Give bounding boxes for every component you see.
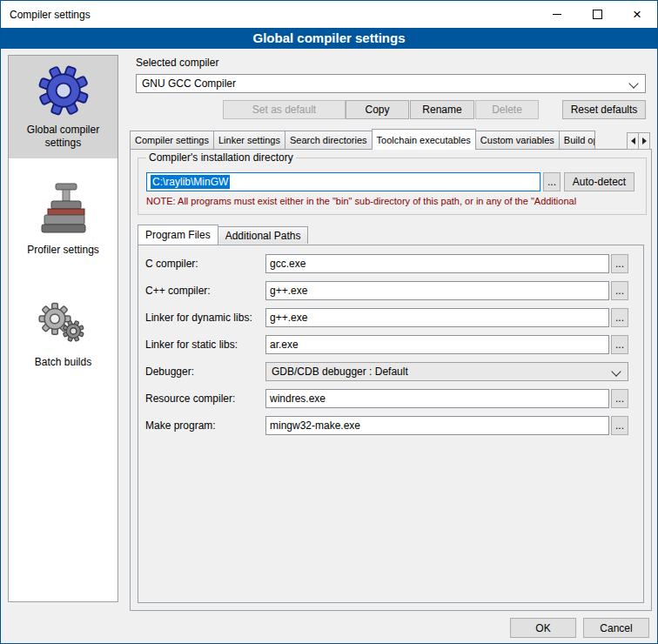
cancel-button[interactable]: Cancel <box>583 618 649 638</box>
linker-dynamic-input[interactable]: g++.exe <box>265 308 609 327</box>
linker-static-label: Linker for static libs: <box>145 335 238 354</box>
tab-linker-settings[interactable]: Linker settings <box>213 131 285 149</box>
window-title: Compiler settings <box>10 9 91 21</box>
make-program-label: Make program: <box>145 416 216 435</box>
dialog-header: Global compiler settings <box>1 28 657 49</box>
linker-dynamic-browse-button[interactable]: ... <box>611 308 628 327</box>
tab-toolchain-executables[interactable]: Toolchain executables <box>372 129 476 150</box>
tab-scroll-buttons <box>627 132 649 150</box>
resource-compiler-browse-button[interactable]: ... <box>611 389 628 408</box>
toolchain-executables-panel: Compiler's installation directory C:\ray… <box>130 149 652 611</box>
cpp-compiler-browse-button[interactable]: ... <box>611 281 628 300</box>
reset-defaults-button[interactable]: Reset defaults <box>562 100 646 119</box>
maximize-icon <box>593 10 602 19</box>
sidebar-item-batch-builds[interactable]: Batch builds <box>9 290 118 378</box>
chevron-down-icon <box>611 366 621 376</box>
field-row: Linker for static libs: ar.exe ... <box>138 335 643 354</box>
program-files-panel: C compiler: gcc.exe ... C++ compiler: g+… <box>138 245 644 603</box>
titlebar: Compiler settings × <box>1 1 657 28</box>
selected-compiler-value: GNU GCC Compiler <box>142 77 236 90</box>
linker-dynamic-value: g++.exe <box>270 312 307 324</box>
subtab-additional-paths[interactable]: Additional Paths <box>218 226 309 244</box>
field-row: Resource compiler: windres.exe ... <box>138 389 643 408</box>
cpp-compiler-label: C++ compiler: <box>145 281 211 300</box>
minimize-icon <box>553 14 561 15</box>
rename-button[interactable]: Rename <box>410 100 474 119</box>
selected-compiler-label: Selected compiler <box>136 57 218 69</box>
tab-build-options[interactable]: Build options <box>559 131 595 149</box>
close-button[interactable]: × <box>617 1 657 28</box>
installation-directory-group: Compiler's installation directory C:\ray… <box>138 158 647 215</box>
profiler-tool-icon <box>40 183 87 237</box>
field-row: Linker for dynamic libs: g++.exe ... <box>138 308 643 327</box>
linker-static-browse-button[interactable]: ... <box>611 335 628 354</box>
auto-detect-button[interactable]: Auto-detect <box>564 172 634 191</box>
compiler-settings-window: Compiler settings × Global compiler sett… <box>0 0 658 644</box>
make-program-input[interactable]: mingw32-make.exe <box>265 416 609 435</box>
tab-scroll-left-button[interactable] <box>627 132 639 150</box>
field-row: Make program: mingw32-make.exe ... <box>138 416 643 435</box>
field-row: C++ compiler: g++.exe ... <box>138 281 643 300</box>
selected-compiler-dropdown[interactable]: GNU GCC Compiler <box>136 74 646 93</box>
gray-gears-icon <box>38 299 89 349</box>
main-content: Selected compiler GNU GCC Compiler Set a… <box>127 55 652 621</box>
sidebar-item-label: Profiler settings <box>27 244 99 257</box>
install-dir-input[interactable]: C:\raylib\MinGW <box>146 172 540 191</box>
chevron-down-icon <box>628 78 638 88</box>
debugger-label: Debugger: <box>145 362 194 381</box>
close-icon: × <box>633 7 641 22</box>
subtab-program-files[interactable]: Program Files <box>138 225 218 245</box>
c-compiler-value: gcc.exe <box>270 258 306 270</box>
field-row: Debugger: GDB/CDB debugger : Default <box>138 362 643 381</box>
resource-compiler-value: windres.exe <box>270 392 326 405</box>
ok-button[interactable]: OK <box>510 618 576 638</box>
arrow-left-icon <box>631 138 635 144</box>
make-program-browse-button[interactable]: ... <box>611 416 628 435</box>
compiler-tabs: Compiler settings Linker settings Search… <box>130 129 626 150</box>
note-text: NOTE: All programs must exist either in … <box>146 196 642 206</box>
set-as-default-button: Set as default <box>223 100 346 119</box>
tab-compiler-settings[interactable]: Compiler settings <box>130 131 214 149</box>
c-compiler-input[interactable]: gcc.exe <box>265 254 609 273</box>
tab-search-directories[interactable]: Search directories <box>285 131 373 149</box>
arrow-right-icon <box>642 138 647 144</box>
tab-custom-variables[interactable]: Custom variables <box>475 131 560 149</box>
install-dir-value: C:\raylib\MinGW <box>151 175 230 189</box>
install-dir-browse-button[interactable]: ... <box>543 172 561 191</box>
linker-static-value: ar.exe <box>270 339 299 351</box>
c-compiler-label: C compiler: <box>145 254 198 273</box>
sidebar-item-label: Batch builds <box>35 356 91 369</box>
sidebar-item-global-compiler-settings[interactable]: Global compiler settings <box>9 56 118 158</box>
cpp-compiler-input[interactable]: g++.exe <box>265 281 609 300</box>
program-subtabs: Program Files Additional Paths <box>138 225 307 245</box>
resource-compiler-label: Resource compiler: <box>145 389 235 408</box>
debugger-value: GDB/CDB debugger : Default <box>272 366 408 378</box>
minimize-button[interactable] <box>537 1 577 28</box>
settings-category-list: Global compiler settings Profiler settin… <box>8 55 118 602</box>
blue-gear-icon <box>37 64 90 117</box>
field-row: C compiler: gcc.exe ... <box>138 254 643 273</box>
cpp-compiler-value: g++.exe <box>270 285 307 297</box>
maximize-button[interactable] <box>577 1 617 28</box>
copy-button[interactable]: Copy <box>346 100 409 119</box>
make-program-value: mingw32-make.exe <box>270 419 360 432</box>
window-controls: × <box>537 1 657 28</box>
delete-button: Delete <box>475 100 539 119</box>
linker-static-input[interactable]: ar.exe <box>265 335 609 354</box>
group-title: Compiler's installation directory <box>146 151 296 164</box>
debugger-select[interactable]: GDB/CDB debugger : Default <box>265 362 628 381</box>
resource-compiler-input[interactable]: windres.exe <box>265 389 609 408</box>
tab-scroll-right-button[interactable] <box>638 132 650 150</box>
sidebar-item-label: Global compiler settings <box>15 124 112 150</box>
linker-dynamic-label: Linker for dynamic libs: <box>145 308 252 327</box>
c-compiler-browse-button[interactable]: ... <box>611 254 628 273</box>
sidebar-item-profiler-settings[interactable]: Profiler settings <box>9 174 118 265</box>
